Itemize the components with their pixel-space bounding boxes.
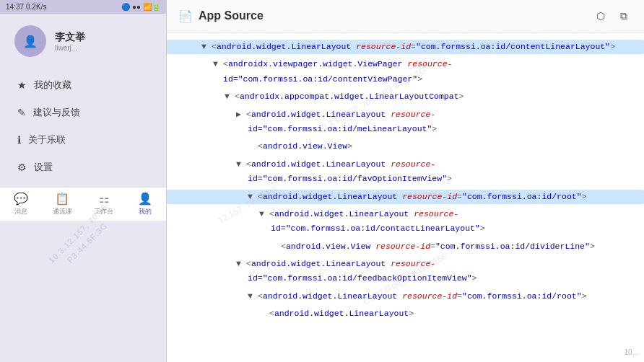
nav-me[interactable]: 👤 我的 [131,192,160,216]
avatar-icon: 👤 [23,35,38,48]
toggle-9 [271,240,281,253]
status-bar: 14:37 0.2K/s 🔵 ●● 📶🔋 [0,0,166,14]
toggle-12 [259,307,269,320]
user-header: 👤 李文举 liwerj... [0,14,166,66]
time-display: 14:37 [6,3,24,11]
speed-display: 0.2K/s [26,3,46,11]
user-info: 李文举 liwerj... [55,31,85,52]
phone-nav: 💬 消息 📋 通流课 ⚏ 工作台 👤 我的 [0,187,166,221]
avatar: 👤 [14,25,46,57]
header-actions: ⬡ ⧉ [592,7,632,25]
nav-label-workbench: 工作台 [94,207,113,216]
file-icon: 📄 [178,9,193,23]
toggle-3[interactable]: ▼ [225,90,235,103]
tree-node-3[interactable]: ▼ <androidx.appcompat.widget.LinearLayou… [167,88,644,105]
toggle-10[interactable]: ▼ [236,257,246,270]
tree-node-10[interactable]: ▼ <android.widget.LinearLayout resource-… [167,255,644,288]
me-icon: 👤 [138,192,152,206]
tree-node-11[interactable]: ▼ <android.widget.LinearLayout resource-… [167,288,644,305]
toggle-2[interactable]: ▼ [213,58,223,71]
toggle-7[interactable]: ▼ [248,190,258,203]
toggle-5 [248,140,258,153]
signal-icon: 🔵 [121,3,130,11]
tree-node-1[interactable]: ▼ <android.widget.LinearLayout resource-… [167,38,644,56]
tree-node-6[interactable]: ▼ <android.widget.LinearLayout resource-… [167,156,644,188]
status-left: 14:37 0.2K/s [6,3,46,11]
edit-icon: ✎ [17,107,26,118]
tree-node-2[interactable]: ▼ <androidx.viewpager.widget.ViewPager r… [167,56,644,88]
tree-node-9[interactable]: <android.view.View resource-id="com.form… [167,238,644,255]
messages-icon: 💬 [14,192,28,206]
menu-item-settings[interactable]: ⚙ 设置 [0,154,166,181]
menu-item-feedback[interactable]: ✎ 建议与反馈 [0,99,166,126]
menu-item-favorites[interactable]: ★ 我的收藏 [0,71,166,99]
toggle-8[interactable]: ▼ [259,208,269,221]
user-email: liwerj... [55,44,85,52]
toggle-6[interactable]: ▼ [236,158,246,171]
nav-workbench[interactable]: ⚏ 工作台 [90,192,118,216]
phone-panel: 14:37 0.2K/s 🔵 ●● 📶🔋 👤 李文举 liwerj... ★ [0,0,166,362]
menu-label-favorites: 我的收藏 [34,79,71,92]
source-title: App Source [199,9,264,22]
workbench-icon: ⚏ [99,192,109,206]
copy-button[interactable]: ⧉ [615,7,632,25]
toggle-4[interactable]: ▶ [236,108,246,121]
menu-label-about: 关于乐联 [28,133,66,146]
tree-node-4[interactable]: ▶ <android.widget.LinearLayout resource-… [167,106,644,138]
menu-item-about[interactable]: ℹ 关于乐联 [0,126,166,154]
tree-node-5[interactable]: <android.view.View> [167,138,644,155]
status-right: 🔵 ●● 📶🔋 [121,3,160,11]
source-header: 📄 App Source ⬡ ⧉ [167,0,644,32]
tree-node-7[interactable]: ▼ <android.widget.LinearLayout resource-… [167,188,644,206]
source-title-area: 📄 App Source [178,9,264,23]
tree-node-8[interactable]: ▼ <android.widget.LinearLayout resource-… [167,206,644,238]
dots-icon: ●● [132,3,141,11]
nav-channels[interactable]: 📋 通流课 [48,192,77,216]
nav-messages[interactable]: 💬 消息 [6,192,35,216]
battery-icon: 📶🔋 [143,3,160,11]
toggle-11[interactable]: ▼ [248,290,258,303]
menu-label-settings: 设置 [34,161,53,174]
source-tree[interactable]: ▼ <android.widget.LinearLayout resource-… [167,32,644,362]
info-icon: ℹ [17,134,21,146]
menu-label-feedback: 建议与反馈 [33,106,80,119]
user-name: 李文举 [55,31,85,44]
channels-icon: 📋 [55,192,69,206]
menu-items: ★ 我的收藏 ✎ 建议与反馈 ℹ 关于乐联 ⚙ 设置 [0,66,166,187]
toggle-1[interactable]: ▼ [201,40,212,53]
export-button[interactable]: ⬡ [592,7,609,25]
nav-label-me: 我的 [139,207,152,216]
tree-node-12[interactable]: <android.widget.LinearLayout> [167,305,644,322]
nav-label-messages: 消息 [14,207,27,216]
gear-icon: ⚙ [17,162,27,173]
nav-label-channels: 通流课 [53,207,72,216]
star-icon: ★ [17,79,27,91]
source-panel: 📄 App Source ⬡ ⧉ ▼ <android.widget.Linea… [166,0,644,362]
